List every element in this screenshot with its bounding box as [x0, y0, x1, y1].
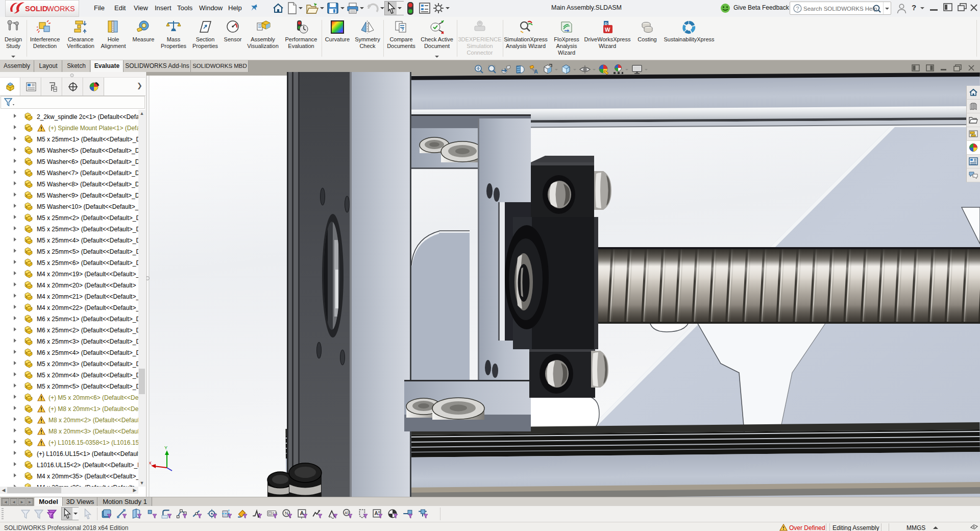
svg-text:?: ? — [796, 6, 799, 12]
svg-text:?: ? — [401, 27, 404, 32]
svg-text:A: A — [534, 68, 538, 75]
svg-text:WORKS: WORKS — [47, 5, 75, 13]
svg-text:Y: Y — [164, 445, 167, 450]
svg-text:W: W — [605, 27, 610, 33]
svg-text:SOLID: SOLID — [25, 5, 47, 13]
